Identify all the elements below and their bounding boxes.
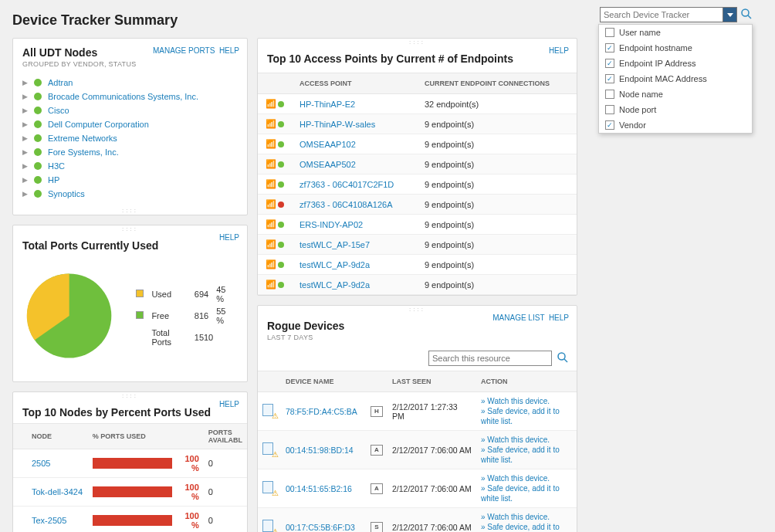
filter-option[interactable]: User name [599,25,752,40]
ap-link[interactable]: OMSEAAP102 [300,140,356,149]
checkbox-icon[interactable] [605,28,614,37]
whitelist-link[interactable]: » Safe device, add it to white list. [481,483,572,503]
filter-option[interactable]: Node name [599,86,752,102]
help-link[interactable]: HELP [219,400,239,408]
search-input[interactable] [600,7,723,22]
ap-icon: 📶 [266,99,284,109]
checkbox-icon[interactable] [605,105,614,114]
search-icon[interactable] [740,8,753,22]
status-dot [34,148,42,156]
help-link[interactable]: HELP [219,233,239,242]
manage-list-link[interactable]: MANAGE LIST [492,313,544,322]
search-icon[interactable] [557,351,569,366]
status-dot [34,93,42,100]
vendor-link[interactable]: Cisco [48,106,69,115]
ap-link[interactable]: HP-ThinAP-W-sales [300,120,375,129]
filter-option[interactable]: ✓Endpoint MAC Address [599,71,752,86]
checkbox-icon[interactable]: ✓ [605,43,614,53]
device-link[interactable]: 00:14:51:98:BD:14 [286,446,354,455]
col-ap: ACCESS POINT [292,73,417,94]
drag-grip[interactable]: :::: [13,392,247,398]
filter-option[interactable]: ✓Endpoint hostname [599,40,752,56]
ap-link[interactable]: ERS-INDY-AP02 [300,220,363,229]
pct-value: 100 % [177,454,199,473]
ap-link[interactable]: testWLC_AP-15e7 [300,240,370,249]
status-dot [34,107,42,114]
ap-link[interactable]: zf7363 - 06C4108A126A [300,200,392,209]
vendor-item[interactable]: ▶HP [13,173,247,187]
drag-grip[interactable]: :::: [258,39,577,45]
vendor-link[interactable]: Extreme Networks [48,134,117,143]
drag-grip[interactable]: :::: [258,306,577,312]
expand-icon[interactable]: ▶ [22,107,28,114]
device-link[interactable]: 00:14:51:65:B2:16 [286,484,352,493]
last-seen: 2/12/2017 7:06:00 AM [388,431,476,469]
ap-icon: 📶 [266,259,284,269]
vendor-item[interactable]: ▶Cisco [13,103,247,117]
col-pct: % PORTS USED [88,424,204,449]
checkbox-icon[interactable]: ✓ [605,59,614,68]
expand-icon[interactable]: ▶ [22,93,28,100]
vendor-link[interactable]: Adtran [48,78,73,87]
vendor-link[interactable]: Synoptics [48,189,85,198]
node-link[interactable]: 2505 [32,459,50,468]
vendor-link[interactable]: HP [48,175,59,185]
svg-line-4 [748,15,751,19]
vendor-link[interactable]: Fore Systems, Inc. [48,147,119,157]
filter-option[interactable]: ✓Endpoint IP Address [599,56,752,71]
watch-link[interactable]: » Watch this device. [481,473,572,483]
device-warn-icon: ⚠ [262,442,276,456]
expand-icon[interactable]: ▶ [22,162,28,170]
vendor-item[interactable]: ▶Fore Systems, Inc. [13,145,247,159]
expand-icon[interactable]: ▶ [22,134,28,142]
pct-value: 100 % [177,511,199,530]
ap-icon: 📶 [266,280,284,290]
whitelist-link[interactable]: » Safe device, add it to white list. [481,406,572,426]
watch-link[interactable]: » Watch this device. [481,396,572,406]
help-link[interactable]: HELP [549,46,569,55]
expand-icon[interactable]: ▶ [22,120,28,128]
vendor-item[interactable]: ▶Extreme Networks [13,131,247,145]
search-dropdown-toggle[interactable] [723,7,737,22]
filter-option[interactable]: Node port [599,102,752,117]
checkbox-icon[interactable]: ✓ [605,120,614,130]
checkbox-icon[interactable]: ✓ [605,74,614,83]
svg-line-2 [564,359,567,362]
expand-icon[interactable]: ▶ [22,148,28,156]
whitelist-link[interactable]: » Safe device, add it to white list. [481,522,572,532]
checkbox-icon[interactable] [605,90,614,99]
vendor-item[interactable]: ▶Adtran [13,76,247,90]
expand-icon[interactable]: ▶ [22,176,28,184]
vendor-item[interactable]: ▶Brocade Communications Systems, Inc. [13,90,247,103]
vendor-item[interactable]: ▶H3C [13,159,247,173]
help-link[interactable]: HELP [219,46,239,55]
vendor-link[interactable]: Brocade Communications Systems, Inc. [48,92,198,101]
device-link[interactable]: 78:F5:FD:A4:C5:BA [286,407,357,416]
rogue-search-input[interactable] [428,351,552,366]
ap-link[interactable]: zf7363 - 06C4017C2F1D [300,180,394,189]
watch-link[interactable]: » Watch this device. [481,512,572,522]
help-link[interactable]: HELP [549,313,569,322]
expand-icon[interactable]: ▶ [22,190,28,198]
manage-ports-link[interactable]: MANAGE PORTS [153,46,215,55]
watch-link[interactable]: » Watch this device. [481,435,572,445]
filter-option[interactable]: ✓Vendor [599,117,752,133]
whitelist-link[interactable]: » Safe device, add it to white list. [481,445,572,465]
node-link[interactable]: Tok-dell-3424 [32,487,83,496]
ap-link[interactable]: OMSEAAP502 [300,160,356,169]
table-row: Tok-dell-3424 100 % 0 [13,478,247,507]
expand-icon[interactable]: ▶ [22,79,28,86]
ap-link[interactable]: testWLC_AP-9d2a [300,280,370,290]
resize-grip[interactable]: :::: [13,207,247,215]
col-node: NODE [27,424,88,449]
vendor-link[interactable]: Dell Computer Corporation [48,120,149,129]
device-link[interactable]: 00:17:C5:5B:6F:D3 [286,523,355,532]
vendor-link[interactable]: H3C [48,161,65,171]
ap-link[interactable]: testWLC_AP-9d2a [300,260,370,269]
node-link[interactable]: Tex-2505 [32,516,66,525]
ap-link[interactable]: HP-ThinAP-E2 [300,100,355,109]
vendor-item[interactable]: ▶Synoptics [13,187,247,201]
usage-bar [93,515,172,526]
vendor-item[interactable]: ▶Dell Computer Corporation [13,117,247,131]
drag-grip[interactable]: :::: [13,225,247,232]
